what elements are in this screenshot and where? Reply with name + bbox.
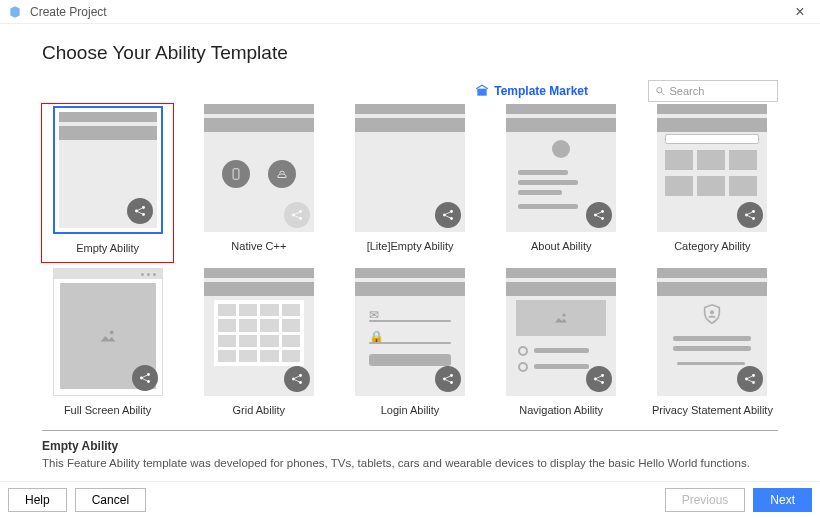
app-logo-icon — [8, 4, 24, 20]
template-card-about-ability[interactable]: About Ability — [496, 104, 627, 262]
svg-line-7 — [137, 212, 142, 214]
svg-point-48 — [601, 381, 604, 384]
svg-line-34 — [142, 379, 147, 381]
svg-point-45 — [563, 314, 566, 317]
svg-line-50 — [597, 380, 602, 382]
svg-point-41 — [450, 374, 453, 377]
svg-point-47 — [601, 374, 604, 377]
selected-template-description: This Feature Ability template was develo… — [42, 457, 778, 469]
svg-line-28 — [748, 216, 753, 218]
template-card-privacy-statement-ability[interactable]: Privacy Statement Ability — [647, 268, 778, 424]
svg-line-18 — [445, 216, 450, 218]
page-title: Choose Your Ability Template — [42, 42, 778, 64]
template-card-native-cpp[interactable]: ⇄ Native C++ — [193, 104, 324, 262]
svg-line-55 — [748, 376, 753, 378]
template-label: Grid Ability — [233, 404, 286, 416]
share-icon — [586, 366, 612, 392]
template-label: Category Ability — [674, 240, 750, 252]
svg-line-33 — [142, 375, 147, 377]
svg-line-2 — [662, 92, 665, 95]
window-title: Create Project — [30, 5, 107, 19]
share-icon — [435, 202, 461, 228]
template-card-lite-empty-ability[interactable]: [Lite]Empty Ability — [344, 104, 475, 262]
share-icon — [435, 366, 461, 392]
share-icon — [284, 202, 310, 228]
svg-line-13 — [294, 216, 299, 218]
svg-point-29 — [109, 331, 113, 335]
svg-line-12 — [294, 212, 299, 214]
svg-line-39 — [294, 380, 299, 382]
svg-point-21 — [601, 217, 604, 220]
template-label: Navigation Ability — [519, 404, 603, 416]
svg-point-54 — [752, 381, 755, 384]
template-card-grid-ability[interactable]: Grid Ability — [193, 268, 324, 424]
share-icon — [737, 202, 763, 228]
template-label: Native C++ — [231, 240, 286, 252]
selected-template-title: Empty Ability — [42, 439, 778, 453]
svg-point-53 — [752, 374, 755, 377]
template-card-category-ability[interactable]: Category Ability — [647, 104, 778, 262]
share-icon — [586, 202, 612, 228]
search-input[interactable] — [670, 85, 772, 97]
template-label: Privacy Statement Ability — [652, 404, 773, 416]
template-card-login-ability[interactable]: ✉ 🔒 Login Ability — [344, 268, 475, 424]
svg-line-43 — [445, 376, 450, 378]
svg-point-16 — [450, 217, 453, 220]
template-market-link[interactable]: Template Market — [475, 84, 588, 98]
svg-line-56 — [748, 380, 753, 382]
previous-button: Previous — [665, 488, 746, 512]
svg-line-38 — [294, 376, 299, 378]
svg-point-37 — [299, 381, 302, 384]
svg-point-1 — [657, 88, 662, 93]
svg-point-10 — [299, 210, 302, 213]
svg-line-22 — [597, 212, 602, 214]
market-icon — [475, 84, 489, 98]
share-icon — [127, 198, 153, 224]
template-card-empty-ability[interactable]: Empty Ability — [42, 104, 173, 262]
search-icon — [655, 85, 666, 97]
svg-line-49 — [597, 376, 602, 378]
svg-line-17 — [445, 212, 450, 214]
template-card-navigation-ability[interactable]: Navigation Ability — [496, 268, 627, 424]
svg-point-5 — [142, 213, 145, 216]
svg-point-11 — [299, 217, 302, 220]
cancel-button[interactable]: Cancel — [75, 488, 146, 512]
close-button[interactable]: × — [788, 3, 812, 21]
svg-point-25 — [752, 210, 755, 213]
next-button[interactable]: Next — [753, 488, 812, 512]
svg-line-23 — [597, 216, 602, 218]
svg-point-20 — [601, 210, 604, 213]
svg-line-44 — [445, 380, 450, 382]
svg-line-27 — [748, 212, 753, 214]
template-label: Login Ability — [381, 404, 440, 416]
template-label: About Ability — [531, 240, 592, 252]
template-label: Empty Ability — [76, 242, 139, 254]
template-label: Full Screen Ability — [64, 404, 151, 416]
template-label: [Lite]Empty Ability — [367, 240, 454, 252]
svg-rect-8 — [233, 169, 239, 180]
search-input-wrap[interactable] — [648, 80, 778, 102]
svg-rect-0 — [478, 89, 487, 96]
help-button[interactable]: Help — [8, 488, 67, 512]
svg-point-32 — [147, 380, 150, 383]
svg-point-42 — [450, 381, 453, 384]
svg-point-26 — [752, 217, 755, 220]
svg-point-15 — [450, 210, 453, 213]
share-icon — [132, 365, 158, 391]
svg-line-6 — [137, 208, 142, 210]
svg-point-36 — [299, 374, 302, 377]
svg-point-51 — [710, 310, 714, 314]
svg-point-31 — [147, 373, 150, 376]
template-card-full-screen-ability[interactable]: Full Screen Ability — [42, 268, 173, 424]
svg-point-4 — [142, 206, 145, 209]
share-icon — [284, 366, 310, 392]
share-icon — [737, 366, 763, 392]
